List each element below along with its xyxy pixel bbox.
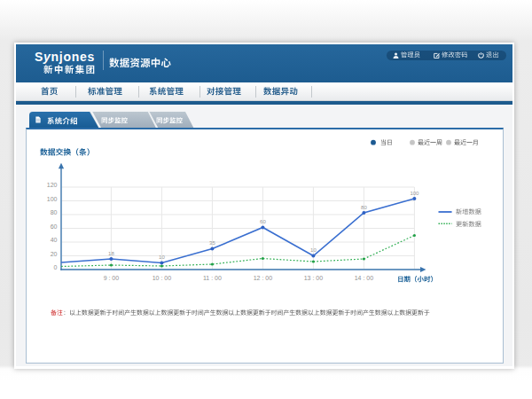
svg-text:35: 35 [209, 240, 215, 246]
svg-text:10 : 00: 10 : 00 [153, 275, 172, 281]
svg-text:60: 60 [51, 223, 58, 230]
svg-text:0: 0 [54, 264, 58, 270]
svg-text:80: 80 [51, 209, 58, 215]
svg-text:11 : 00: 11 : 00 [203, 275, 222, 281]
svg-text:100: 100 [410, 191, 419, 196]
svg-text:13 : 00: 13 : 00 [304, 275, 324, 281]
svg-text:10: 10 [310, 247, 317, 253]
svg-text:12 : 00: 12 : 00 [254, 275, 273, 281]
svg-text:10: 10 [159, 254, 165, 260]
svg-text:120: 120 [47, 182, 58, 188]
svg-text:40: 40 [51, 237, 58, 243]
svg-text:20: 20 [51, 251, 58, 257]
svg-text:100: 100 [47, 196, 58, 202]
svg-text:80: 80 [361, 205, 367, 210]
svg-text:9 : 00: 9 : 00 [104, 275, 120, 281]
svg-text:14 : 00: 14 : 00 [355, 275, 374, 281]
svg-text:18: 18 [108, 251, 114, 256]
svg-text:60: 60 [260, 219, 266, 224]
